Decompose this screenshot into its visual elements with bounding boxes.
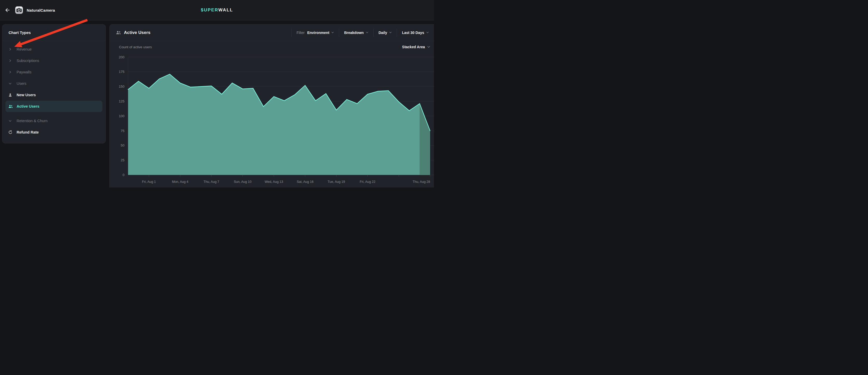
- sidebar-item-label: Refund Rate: [17, 130, 39, 134]
- sidebar-item-users[interactable]: Users: [5, 78, 102, 89]
- filter-toolbar: FilterEnvironmentBreakdownDailyLast 30 D…: [291, 28, 434, 37]
- sidebar-item-retention-churn[interactable]: Retention & Churn: [5, 115, 102, 127]
- x-axis-label: Tue, Aug 19: [328, 180, 345, 184]
- x-axis-label: Sat, Aug 16: [297, 180, 313, 184]
- x-axis-label: Wed, Aug 13: [265, 180, 283, 184]
- y-axis-label: 25: [121, 158, 124, 162]
- chart-area-partial-fill: [420, 104, 430, 175]
- sidebar-item-paywalls[interactable]: Paywalls: [5, 66, 102, 78]
- arrow-left-icon: [5, 7, 10, 13]
- sidebar-item-active-users[interactable]: Active Users: [5, 101, 102, 112]
- filter-prefix-label: Filter: [297, 31, 305, 35]
- app-name: NaturalCamera: [27, 8, 55, 12]
- chevron-down-icon: [389, 32, 392, 33]
- superwall-logo: $UPERWALL: [201, 7, 233, 13]
- chart-subheader: Count of active users Stacked Area: [110, 41, 434, 49]
- y-axis-label: 200: [119, 55, 124, 59]
- filter-date-range[interactable]: Last 30 Days: [397, 29, 434, 37]
- top-header-bar: NaturalCamera $UPERWALL: [0, 0, 434, 21]
- people-icon: [8, 104, 13, 108]
- filter-breakdown[interactable]: Breakdown: [339, 29, 373, 37]
- people-icon: [116, 31, 121, 35]
- chart-types-nav: RevenueSubscriptionsPaywallsUsersNew Use…: [2, 41, 105, 138]
- y-axis-label: 175: [119, 70, 124, 74]
- chart-subtitle: Count of active users: [119, 45, 152, 49]
- sidebar-item-refund-rate[interactable]: Refund Rate: [5, 127, 102, 138]
- chevron-down-icon: [366, 32, 368, 33]
- y-axis-label: 100: [119, 114, 124, 118]
- active-users-chart[interactable]: 0255075100125150175200Fri, Aug 1Mon, Aug…: [110, 54, 434, 186]
- x-axis-label: Sun, Aug 10: [234, 180, 251, 184]
- chart-types-panel: Chart Types RevenueSubscriptionsPaywalls…: [2, 24, 106, 144]
- chart-area-fill: [128, 74, 430, 175]
- sidebar-item-label: New Users: [17, 93, 36, 97]
- sidebar-item-label: Subscriptions: [17, 59, 39, 63]
- chevron-down-icon: [427, 46, 430, 48]
- camera-icon: [15, 6, 23, 14]
- main-panel-header: Active Users FilterEnvironmentBreakdownD…: [110, 24, 434, 41]
- main-panel: Active Users FilterEnvironmentBreakdownD…: [110, 24, 434, 187]
- sidebar-item-new-users[interactable]: New Users: [5, 89, 102, 101]
- sidebar-item-label: Retention & Churn: [17, 119, 48, 123]
- filter-label: Environment: [307, 31, 330, 35]
- sidebar-item-subscriptions[interactable]: Subscriptions: [5, 55, 102, 66]
- y-axis-label: 75: [121, 129, 124, 133]
- chart-style-value: Stacked Area: [402, 45, 425, 49]
- sidebar-item-label: Active Users: [17, 104, 39, 108]
- logo-accent-text: $UPER: [201, 7, 218, 12]
- filter-granularity[interactable]: Daily: [373, 29, 397, 37]
- x-axis-label: Mon, Aug 4: [172, 180, 188, 184]
- y-axis-label: 0: [123, 173, 124, 177]
- chevron-down-icon: [8, 82, 13, 85]
- chevron-down-icon: [426, 32, 429, 33]
- chart-style-selector[interactable]: Stacked Area: [402, 45, 430, 49]
- chevron-right-icon: [8, 59, 13, 63]
- refresh-icon: [8, 130, 13, 134]
- sidebar-item-label: Users: [17, 82, 26, 86]
- sidebar-item-label: Revenue: [17, 47, 32, 51]
- y-axis-label: 50: [121, 144, 124, 147]
- logo-rest-text: WALL: [218, 7, 233, 12]
- back-button[interactable]: [3, 6, 12, 14]
- chevron-down-icon: [8, 119, 13, 123]
- y-axis-label: 125: [119, 99, 124, 103]
- naturalcamera-app-icon: [15, 6, 23, 14]
- sidebar-title: Chart Types: [2, 24, 105, 41]
- panel-title: Active Users: [124, 30, 150, 35]
- x-axis-label: Fri, Aug 22: [360, 180, 375, 184]
- filter-label: Daily: [378, 31, 387, 35]
- sidebar-item-label: Paywalls: [17, 70, 31, 74]
- filter-label: Breakdown: [344, 31, 364, 35]
- chevron-right-icon: [8, 48, 13, 51]
- x-axis-label: Thu, Aug 28: [413, 180, 430, 184]
- x-axis-label: Fri, Aug 1: [142, 180, 156, 184]
- sidebar-item-revenue[interactable]: Revenue: [5, 43, 102, 55]
- filter-environment[interactable]: FilterEnvironment: [291, 29, 339, 37]
- y-axis-label: 150: [119, 85, 124, 88]
- x-axis-label: Thu, Aug 7: [204, 180, 219, 184]
- chevron-down-icon: [331, 32, 334, 33]
- filter-label: Last 30 Days: [402, 31, 424, 35]
- chevron-right-icon: [8, 70, 13, 74]
- person-icon: [8, 93, 13, 97]
